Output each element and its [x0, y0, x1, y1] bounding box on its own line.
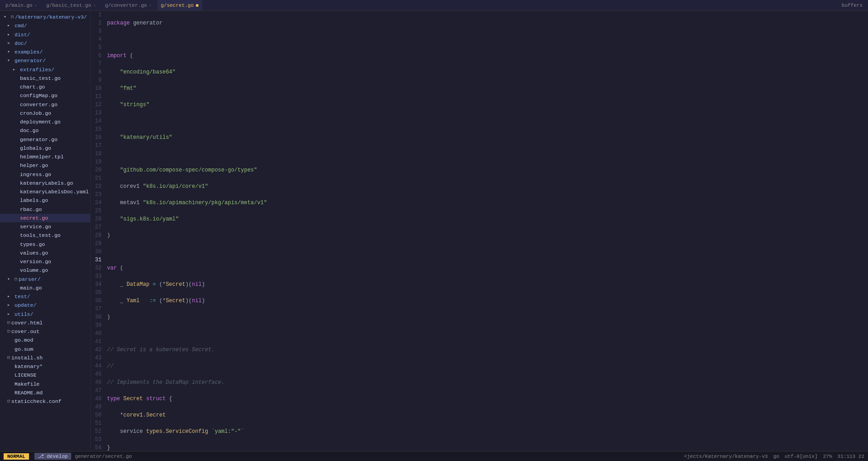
sidebar: ▾ ⊟ /katernary/katenary-v3/ ▸ cmd/ ▸ dis… — [0, 11, 91, 451]
sidebar-item-generator[interactable]: ▾ generator/ — [0, 56, 90, 65]
code-line: } — [107, 444, 866, 451]
sidebar-item-values[interactable]: values.go — [0, 249, 90, 257]
sidebar-item-volume[interactable]: volume.go — [0, 266, 90, 275]
chevron-down-icon: ▾ — [7, 276, 13, 283]
sidebar-item-license[interactable]: LICENSE — [0, 371, 90, 379]
tab-bar: p/main.go › g/basic_test.go › g/converte… — [0, 0, 868, 11]
filetype: go — [773, 454, 779, 459]
sidebar-item-deployment[interactable]: deployment.go — [0, 118, 90, 126]
sidebar-item-katenaryLabelsdoc[interactable]: katenaryLabelsDoc.yaml — [0, 187, 90, 196]
sidebar-item-basic-test[interactable]: basic_test.go — [0, 74, 90, 83]
sidebar-item-helper[interactable]: helper.go — [0, 161, 90, 170]
code-content: package generator import ( "encoding/bas… — [105, 11, 868, 451]
branch-indicator: ⎇ develop — [34, 453, 72, 460]
branch-name: develop — [47, 454, 68, 459]
sidebar-item-dist[interactable]: ▸ dist/ — [0, 30, 90, 39]
status-bar: NORMAL ⎇ develop generator/secret.go <je… — [0, 451, 868, 461]
sidebar-item-cover-html[interactable]: ⊟ cover.html — [0, 319, 90, 327]
code-line — [107, 35, 866, 44]
code-line — [107, 150, 866, 158]
sidebar-item-cmd[interactable]: ▸ cmd/ — [0, 21, 90, 30]
tab-secret-go[interactable]: g/secret.go — [157, 0, 203, 10]
status-breadcrumb: <jects/Katernary/katenary-v3 — [684, 454, 768, 459]
sidebar-item-types[interactable]: types.go — [0, 240, 90, 249]
sidebar-item-doc[interactable]: ✕ doc/ — [0, 39, 90, 48]
line-col: 31:113 22 — [838, 454, 864, 459]
code-line — [107, 248, 866, 256]
tab-label: g/secret.go — [161, 3, 194, 8]
sidebar-item-go-mod[interactable]: go.mod — [0, 336, 90, 344]
chevron-down-icon: ▾ — [7, 49, 13, 55]
sidebar-item-helmhelper[interactable]: helmHelper.tpl — [0, 152, 90, 161]
sidebar-item-extrafiles[interactable]: ▸ extrafiles/ — [0, 65, 90, 74]
sidebar-item-rbac[interactable]: rbac.go — [0, 205, 90, 214]
mode-indicator: NORMAL — [4, 453, 29, 460]
chevron-right-icon: ▸ — [7, 293, 13, 300]
sidebar-item-ingress[interactable]: ingress.go — [0, 170, 90, 179]
sidebar-item-utils[interactable]: ▸ utils/ — [0, 310, 90, 319]
code-line: var ( — [107, 264, 866, 272]
tab-main-go[interactable]: p/main.go › — [2, 0, 43, 10]
tab-converter[interactable]: g/converter.go › — [102, 0, 157, 10]
tab-basic-test[interactable]: g/basic_test.go › — [43, 0, 102, 10]
code-line: *corev1.Secret — [107, 411, 866, 419]
sidebar-root[interactable]: ▾ ⊟ /katernary/katenary-v3/ — [0, 13, 90, 21]
code-line: // Implements the DataMap interface. — [107, 378, 866, 387]
tab-label: g/converter.go — [105, 3, 147, 8]
sidebar-item-go-sum[interactable]: go.sum — [0, 345, 90, 353]
sidebar-item-version[interactable]: version.go — [0, 257, 90, 266]
tab-label: p/main.go — [5, 3, 32, 8]
sidebar-item-staticcheck[interactable]: ⊟ staticcheck.conf — [0, 397, 90, 406]
close-icon: ✕ — [7, 40, 13, 47]
sidebar-item-secret[interactable]: secret.go — [0, 214, 90, 222]
code-line: ) — [107, 313, 866, 321]
tab-dot — [196, 4, 199, 7]
sidebar-item-main-go[interactable]: main.go — [0, 284, 90, 292]
sidebar-item-globals[interactable]: globals.go — [0, 144, 90, 152]
sidebar-item-test[interactable]: ▸ test/ — [0, 292, 90, 301]
chevron-down-icon: ▾ — [7, 57, 13, 64]
tab-label: g/basic_test.go — [46, 3, 91, 8]
sidebar-item-katenaryLabels[interactable]: katenaryLabels.go — [0, 179, 90, 187]
code-line: _ Yaml := (*Secret)(nil) — [107, 297, 866, 305]
buffers-button[interactable]: buffers — [838, 3, 866, 8]
chevron-right-icon: ▸ — [13, 66, 18, 73]
sidebar-item-readme[interactable]: README.md — [0, 388, 90, 397]
sidebar-item-update[interactable]: ▸ update/ — [0, 301, 90, 309]
sidebar-item-generator-go[interactable]: generator.go — [0, 135, 90, 144]
code-line: package generator — [107, 19, 866, 27]
sidebar-item-service[interactable]: service.go — [0, 222, 90, 231]
code-line — [107, 329, 866, 338]
sidebar-item-doc-go[interactable]: doc.go — [0, 126, 90, 135]
code-line: type Secret struct { — [107, 395, 866, 403]
code-line: service types.ServiceConfig `yaml:"-"` — [107, 427, 866, 436]
sidebar-item-chart[interactable]: chart.go — [0, 83, 90, 91]
file-path: generator/secret.go — [75, 454, 131, 459]
encoding: utf-8[unix] — [785, 454, 818, 459]
sidebar-item-katenary[interactable]: katenary* — [0, 362, 90, 371]
chevron-down-icon: ▾ — [4, 14, 9, 20]
sidebar-item-examples[interactable]: ▾ examples/ — [0, 48, 90, 56]
sidebar-item-converter[interactable]: converter.go — [0, 100, 90, 109]
code-line: "strings" — [107, 101, 866, 109]
sidebar-item-cronjob[interactable]: cronJob.go — [0, 109, 90, 118]
code-line: "fmt" — [107, 84, 866, 93]
editor-area: 1 2 3 4 5 6 7 8 9 10 11 12 13 14 15 16 1… — [91, 11, 868, 451]
sidebar-item-tools-test[interactable]: tools_test.go — [0, 231, 90, 240]
sidebar-item-install[interactable]: ⊟ install.sh — [0, 353, 90, 362]
code-line: // — [107, 362, 866, 370]
code-line: "katenary/utils" — [107, 133, 866, 142]
chevron-right-icon: ▸ — [7, 22, 13, 29]
chevron-right-icon: ▸ — [7, 311, 13, 318]
sidebar-item-configmap[interactable]: configMap.go — [0, 91, 90, 100]
code-line: "github.com/compose-spec/compose-go/type… — [107, 166, 866, 174]
code-editor[interactable]: 1 2 3 4 5 6 7 8 9 10 11 12 13 14 15 16 1… — [91, 11, 868, 451]
code-line: metav1 "k8s.io/apimachinery/pkg/apis/met… — [107, 199, 866, 207]
sidebar-item-cover-out[interactable]: ⊟ cover.out — [0, 327, 90, 336]
sidebar-item-parser[interactable]: ▾ ⊟ parser/ — [0, 275, 90, 284]
sidebar-item-makefile[interactable]: Makefile — [0, 380, 90, 388]
code-line: _ DataMap = (*Secret)(nil) — [107, 280, 866, 289]
sidebar-item-labels[interactable]: labels.go — [0, 196, 90, 205]
code-line: ) — [107, 231, 866, 240]
code-line: "encoding/base64" — [107, 68, 866, 76]
